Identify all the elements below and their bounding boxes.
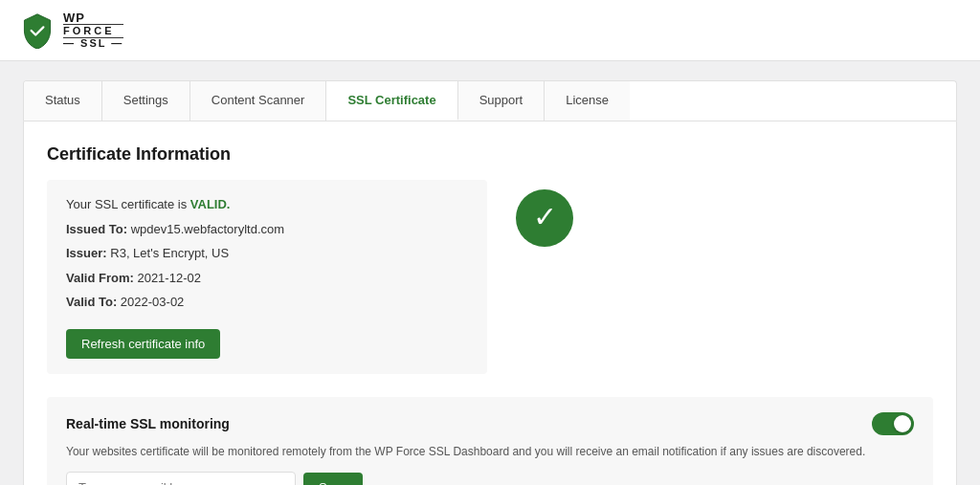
cert-issuer: Issuer: R3, Let's Encrypt, US xyxy=(66,244,468,263)
tab-support[interactable]: Support xyxy=(458,81,546,121)
cert-valid-from: Valid From: 2021-12-02 xyxy=(66,269,468,288)
email-row: Save xyxy=(66,472,914,486)
logo-force: FORCE xyxy=(63,24,123,38)
cert-issued-to-value: wpdev15.webfactoryltd.com xyxy=(131,222,284,236)
app-header: WP FORCE — SSL — xyxy=(0,0,980,61)
monitoring-section: Real-time SSL monitoring Your websites c… xyxy=(47,397,933,486)
refresh-certificate-button[interactable]: Refresh certificate info xyxy=(66,329,220,359)
checkmark-circle: ✓ xyxy=(516,189,573,247)
tab-settings[interactable]: Settings xyxy=(102,81,190,121)
toggle-track xyxy=(872,412,914,435)
cert-valid-text: VALID. xyxy=(190,197,231,211)
cert-status-line: Your SSL certificate is VALID. xyxy=(66,195,468,214)
main-content: Status Settings Content Scanner SSL Cert… xyxy=(0,61,980,485)
certificate-section: Your SSL certificate is VALID. Issued To… xyxy=(47,180,933,374)
checkmark-icon: ✓ xyxy=(533,203,557,231)
toggle-thumb xyxy=(894,415,911,432)
tab-status[interactable]: Status xyxy=(24,81,102,121)
monitoring-toggle[interactable] xyxy=(872,412,914,435)
cert-issued-to-label: Issued To: xyxy=(66,222,127,236)
tab-license[interactable]: License xyxy=(545,81,630,121)
tabs-bar: Status Settings Content Scanner SSL Cert… xyxy=(23,80,957,121)
cert-info-box: Your SSL certificate is VALID. Issued To… xyxy=(47,180,487,374)
section-title: Certificate Information xyxy=(47,144,933,165)
cert-valid-to-value: 2022-03-02 xyxy=(121,295,185,309)
logo-wp: WP xyxy=(63,11,123,24)
logo-shield-icon xyxy=(19,12,56,49)
cert-valid-from-value: 2021-12-02 xyxy=(137,271,201,285)
cert-status-prefix: Your SSL certificate is xyxy=(66,197,190,211)
logo: WP FORCE — SSL — xyxy=(19,11,123,49)
cert-valid-to: Valid To: 2022-03-02 xyxy=(66,293,468,312)
tab-content-scanner[interactable]: Content Scanner xyxy=(190,81,327,121)
cert-issued-to: Issued To: wpdev15.webfactoryltd.com xyxy=(66,220,468,239)
checkmark-container: ✓ xyxy=(506,180,583,374)
logo-text: WP FORCE — SSL — xyxy=(63,11,123,49)
cert-issuer-label: Issuer: xyxy=(66,246,107,260)
monitoring-header: Real-time SSL monitoring xyxy=(66,412,914,435)
monitoring-description: Your websites certificate will be monito… xyxy=(66,443,914,460)
save-button[interactable]: Save xyxy=(303,473,363,486)
logo-ssl: — SSL — xyxy=(63,38,123,49)
cert-valid-to-label: Valid To: xyxy=(66,295,117,309)
tab-ssl-certificate[interactable]: SSL Certificate xyxy=(326,81,457,121)
cert-issuer-value: R3, Let's Encrypt, US xyxy=(110,246,229,260)
cert-valid-from-label: Valid From: xyxy=(66,271,134,285)
email-input[interactable] xyxy=(66,472,296,486)
monitoring-title: Real-time SSL monitoring xyxy=(66,416,230,431)
content-area: Certificate Information Your SSL certifi… xyxy=(23,121,957,485)
